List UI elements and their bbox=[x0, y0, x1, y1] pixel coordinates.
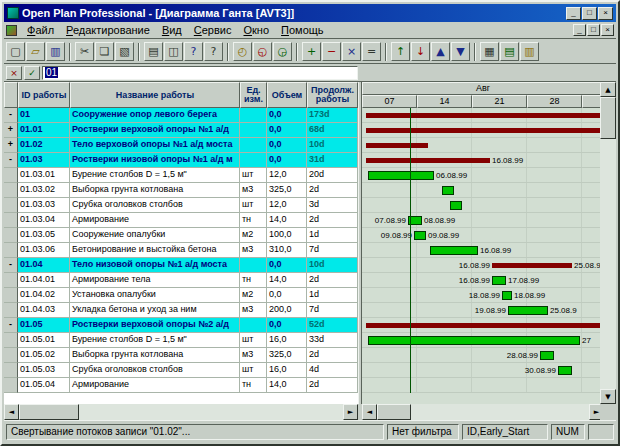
cell-unit[interactable]: м2 bbox=[240, 288, 267, 303]
cell-id[interactable]: 01.05 bbox=[18, 318, 70, 333]
maximize-button[interactable]: □ bbox=[582, 7, 597, 20]
task-bar[interactable] bbox=[368, 171, 434, 180]
column-header-unit[interactable]: Ед. изм. bbox=[240, 82, 267, 108]
cell-id[interactable]: 01.04.03 bbox=[18, 303, 70, 318]
cell-name[interactable]: Тело верховой опоры №1 а/д моста bbox=[70, 138, 240, 153]
expand-toggle[interactable]: - bbox=[4, 258, 18, 273]
cell-volume[interactable]: 100,0 bbox=[267, 228, 307, 243]
cell-duration[interactable]: 10d bbox=[307, 258, 358, 273]
menu-item-3[interactable]: Сервис bbox=[188, 23, 238, 37]
cell-duration[interactable]: 1d bbox=[307, 288, 358, 303]
gantt-hscroll-track[interactable] bbox=[377, 404, 589, 420]
cell-unit[interactable] bbox=[240, 318, 267, 333]
cell-duration[interactable]: 2d bbox=[307, 378, 358, 393]
cell-id[interactable]: 01.03.04 bbox=[18, 213, 70, 228]
cell-id[interactable]: 01.05.04 bbox=[18, 378, 70, 393]
menu-item-1[interactable]: Редактирование bbox=[60, 23, 156, 37]
cell-duration[interactable]: 173d bbox=[307, 108, 358, 123]
cell-name[interactable]: Выборка грунта котлована bbox=[70, 348, 240, 363]
cell-name[interactable]: Бетонирование и выстойка бетона bbox=[70, 243, 240, 258]
confirm-edit-button[interactable]: ✓ bbox=[24, 66, 40, 80]
cell-name[interactable]: Выборка грунта котлована bbox=[70, 183, 240, 198]
summary-bar[interactable] bbox=[366, 128, 604, 133]
cell-name[interactable]: Ростверки верховой опоры №1 а/д bbox=[70, 123, 240, 138]
cell-edit-input[interactable]: 01 bbox=[42, 66, 358, 80]
task-bar[interactable] bbox=[540, 351, 554, 360]
task-bar[interactable] bbox=[508, 306, 548, 315]
column-header-duration[interactable]: Продолж. работы bbox=[307, 82, 358, 108]
summary-bar[interactable] bbox=[366, 158, 490, 163]
expand-toggle[interactable]: - bbox=[4, 153, 18, 168]
cell-unit[interactable]: м3 bbox=[240, 243, 267, 258]
cell-name[interactable]: Бурение столбов D = 1,5 м" bbox=[70, 333, 240, 348]
task-bar[interactable] bbox=[492, 276, 506, 285]
cell-unit[interactable]: тн bbox=[240, 213, 267, 228]
cell-id[interactable]: 01.05.03 bbox=[18, 363, 70, 378]
scroll-left-icon[interactable]: ◄ bbox=[4, 404, 19, 420]
cell-name[interactable]: Армирование bbox=[70, 378, 240, 393]
task-bar[interactable] bbox=[414, 231, 426, 240]
expand-toggle[interactable]: - bbox=[4, 108, 18, 123]
cell-name[interactable]: Ростверки низовой опоры №1 а/д м bbox=[70, 153, 240, 168]
cell-unit[interactable]: м3 bbox=[240, 303, 267, 318]
cell-volume[interactable]: 310,0 bbox=[267, 243, 307, 258]
summary-bar[interactable] bbox=[366, 323, 604, 328]
scroll-right-icon[interactable]: ► bbox=[343, 404, 358, 420]
task-bar[interactable] bbox=[558, 366, 572, 375]
cell-volume[interactable]: 0,0 bbox=[267, 138, 307, 153]
expand-outline-button[interactable]: ▲ bbox=[431, 42, 450, 61]
task-bar[interactable] bbox=[442, 186, 454, 195]
calendar-view-button[interactable]: ▥ bbox=[520, 42, 539, 61]
task-bar[interactable] bbox=[430, 246, 478, 255]
cell-id[interactable]: 01.04.01 bbox=[18, 273, 70, 288]
column-header-volume[interactable]: Объем bbox=[267, 82, 307, 108]
cell-volume[interactable]: 14,0 bbox=[267, 273, 307, 288]
open-folder-button[interactable]: ▱ bbox=[26, 42, 45, 61]
child-restore-button[interactable]: □ bbox=[587, 24, 600, 36]
menu-item-2[interactable]: Вид bbox=[156, 23, 188, 37]
table-view-button[interactable]: ▦ bbox=[480, 42, 499, 61]
cell-volume[interactable]: 14,0 bbox=[267, 378, 307, 393]
gantt-horizontal-scrollbar[interactable]: ◄ ► bbox=[362, 404, 604, 420]
expand-toggle[interactable]: + bbox=[4, 138, 18, 153]
cell-id[interactable]: 01.04.02 bbox=[18, 288, 70, 303]
cell-unit[interactable] bbox=[240, 123, 267, 138]
cell-unit[interactable]: м2 bbox=[240, 228, 267, 243]
column-header-expand[interactable] bbox=[4, 82, 18, 108]
gantt-scroll-left-icon[interactable]: ◄ bbox=[362, 404, 377, 420]
cell-duration[interactable]: 2d bbox=[307, 213, 358, 228]
cell-duration[interactable]: 52d bbox=[307, 318, 358, 333]
task-bar[interactable] bbox=[450, 201, 462, 210]
cancel-edit-button[interactable]: × bbox=[6, 66, 22, 80]
cell-name[interactable]: Бурение столбов D = 1,5 м" bbox=[70, 168, 240, 183]
close-button[interactable]: × bbox=[598, 7, 613, 20]
cell-duration[interactable]: 1d bbox=[307, 228, 358, 243]
cell-id[interactable]: 01.05.02 bbox=[18, 348, 70, 363]
cell-duration[interactable]: 2d bbox=[307, 273, 358, 288]
cut-button[interactable]: ✂ bbox=[75, 42, 94, 61]
cell-duration[interactable]: 33d bbox=[307, 333, 358, 348]
cell-id[interactable]: 01.03.06 bbox=[18, 243, 70, 258]
cell-volume[interactable]: 0,0 bbox=[267, 108, 307, 123]
cell-name[interactable]: Тело низовой опоры №1 а/д моста bbox=[70, 258, 240, 273]
gantt-view-button[interactable]: ▤ bbox=[500, 42, 519, 61]
cell-name[interactable]: Сооружение опор левого берега bbox=[70, 108, 240, 123]
collapse-outline-button[interactable]: ▼ bbox=[451, 42, 470, 61]
cell-name[interactable]: Установка опалубки bbox=[70, 288, 240, 303]
cell-unit[interactable]: шт bbox=[240, 198, 267, 213]
gantt-hscroll-thumb[interactable] bbox=[377, 404, 411, 420]
child-close-button[interactable]: × bbox=[601, 24, 614, 36]
cell-name[interactable]: Срубка оголовков столбов bbox=[70, 198, 240, 213]
cell-unit[interactable]: тн bbox=[240, 273, 267, 288]
expand-toggle[interactable]: - bbox=[4, 318, 18, 333]
cell-volume[interactable]: 12,0 bbox=[267, 198, 307, 213]
cell-duration[interactable]: 2d bbox=[307, 348, 358, 363]
cell-id[interactable]: 01.03.01 bbox=[18, 168, 70, 183]
cell-id[interactable]: 01 bbox=[18, 108, 70, 123]
cell-volume[interactable]: 0,0 bbox=[267, 153, 307, 168]
cell-id[interactable]: 01.02 bbox=[18, 138, 70, 153]
cell-id[interactable]: 01.04 bbox=[18, 258, 70, 273]
cell-duration[interactable]: 10d bbox=[307, 138, 358, 153]
cell-id[interactable]: 01.03 bbox=[18, 153, 70, 168]
menu-item-5[interactable]: Помощь bbox=[275, 23, 330, 37]
